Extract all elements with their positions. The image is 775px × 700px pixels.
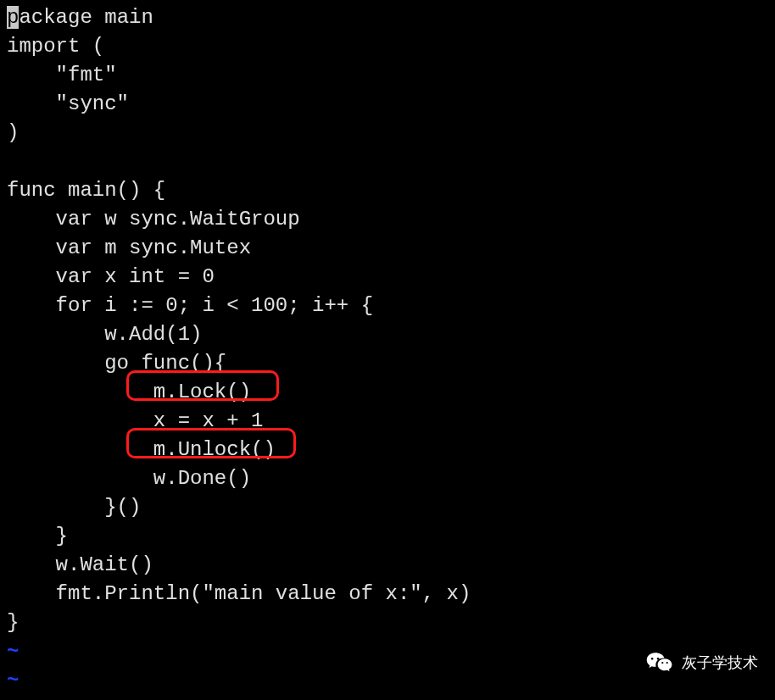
- code-line-5: ): [7, 121, 19, 144]
- code-line-2: import (: [7, 35, 104, 58]
- empty-line-tilde: ~: [7, 640, 19, 663]
- code-line-15: x = x + 1: [7, 409, 263, 432]
- code-line-17: w.Done(): [7, 467, 251, 490]
- code-line-10: var x int = 0: [7, 265, 215, 288]
- code-line-1-rest: ackage main: [19, 6, 153, 29]
- code-line-20: w.Wait(): [7, 553, 153, 576]
- cursor: p: [7, 6, 19, 29]
- code-line-7: func main() {: [7, 179, 165, 202]
- wechat-icon: [644, 647, 675, 678]
- code-line-8: var w sync.WaitGroup: [7, 208, 300, 231]
- code-line-14: m.Lock(): [7, 381, 251, 403]
- watermark: 灰子学技术: [644, 647, 758, 678]
- code-line-4: "sync": [7, 92, 129, 115]
- code-line-22: }: [7, 611, 19, 634]
- watermark-text: 灰子学技术: [682, 648, 758, 677]
- code-line-13: go func(){: [7, 352, 226, 375]
- code-line-11: for i := 0; i < 100; i++ {: [7, 294, 373, 317]
- code-line-9: var m sync.Mutex: [7, 236, 251, 259]
- code-line-12: w.Add(1): [7, 323, 202, 346]
- code-line-18: }(): [7, 496, 141, 519]
- code-line-16: m.Unlock(): [7, 438, 276, 461]
- empty-line-tilde: ~: [7, 669, 19, 692]
- code-editor[interactable]: package main import ( "fmt" "sync" ) fun…: [7, 3, 768, 695]
- code-line-19: }: [7, 525, 68, 547]
- code-line-3: "fmt": [7, 64, 117, 86]
- code-line-21: fmt.Println("main value of x:", x): [7, 582, 471, 605]
